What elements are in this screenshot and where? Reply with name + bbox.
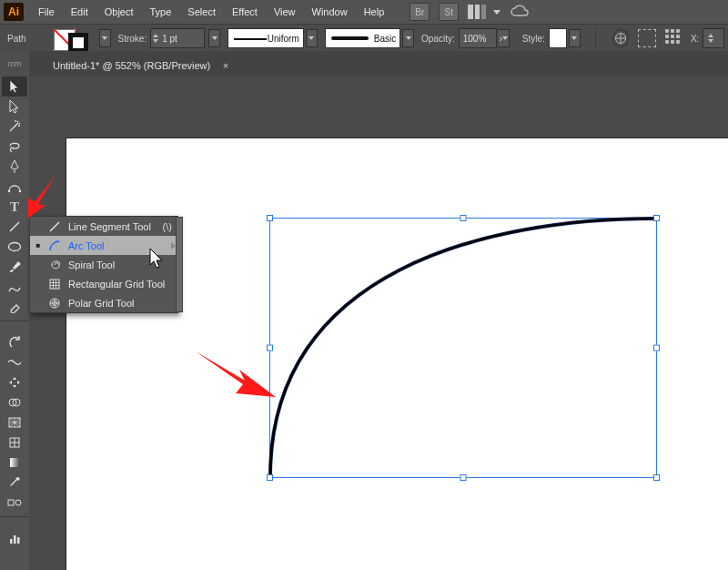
polar-grid-icon [48, 298, 61, 309]
shaper-tool[interactable] [2, 277, 27, 297]
flyout-item-arc[interactable]: ■ Arc Tool [30, 236, 177, 255]
blend-tool[interactable] [2, 493, 27, 513]
stroke-swatch-icon[interactable] [68, 33, 88, 53]
brush-definition-dropdown[interactable] [402, 29, 414, 47]
bridge-launch-icon[interactable]: Br [410, 3, 430, 21]
stock-launch-icon[interactable]: St [439, 3, 459, 21]
resize-handle-left-center[interactable] [267, 345, 273, 351]
active-tool-marker: ■ [35, 241, 41, 249]
stroke-label: Stroke: [118, 34, 147, 44]
variable-width-profile[interactable]: Uniform [228, 28, 304, 48]
svg-rect-10 [8, 500, 14, 505]
opacity-input[interactable]: 100% [459, 28, 497, 48]
transform-x-stepper[interactable] [703, 28, 724, 48]
resize-handle-top-left[interactable] [267, 215, 273, 221]
control-bar: Path Stroke: Uniform Basic Opacity: 100%… [0, 24, 728, 53]
ellipse-tool[interactable] [2, 237, 27, 257]
resize-handle-bottom-center[interactable] [460, 474, 467, 481]
resize-handle-top-right[interactable] [653, 215, 660, 221]
style-label: Style: [522, 34, 545, 44]
gradient-tool[interactable] [2, 453, 27, 473]
menu-view[interactable]: View [267, 3, 303, 21]
recolor-artwork-icon[interactable] [612, 29, 629, 47]
isolate-group-icon[interactable] [638, 29, 656, 47]
arc-icon [48, 240, 61, 251]
graphic-style-swatch[interactable] [549, 28, 567, 48]
flyout-item-label: Rectangular Grid Tool [68, 279, 165, 290]
tools-panel: T [0, 76, 30, 570]
menu-help[interactable]: Help [357, 3, 392, 21]
paintbrush-tool[interactable] [2, 257, 27, 277]
variable-width-dropdown[interactable] [306, 29, 318, 47]
selection-bounding-box[interactable] [269, 218, 657, 478]
selection-tool[interactable] [2, 76, 27, 97]
sync-settings-icon[interactable] [510, 5, 530, 19]
rect-grid-icon [48, 279, 61, 290]
flyout-item-rectangular-grid[interactable]: Rectangular Grid Tool [30, 274, 177, 293]
stroke-weight-stepper[interactable] [150, 28, 205, 48]
shape-builder-tool[interactable] [2, 392, 27, 412]
flyout-item-polar-grid[interactable]: Polar Grid Tool [30, 293, 177, 312]
brush-definition[interactable]: Basic [325, 28, 401, 48]
document-tab-title: Untitled-1* @ 552% (RGB/Preview) [53, 60, 210, 71]
menu-select[interactable]: Select [180, 3, 223, 21]
menu-window[interactable]: Window [305, 3, 355, 21]
close-icon[interactable]: × [223, 60, 228, 71]
direct-selection-tool[interactable] [2, 97, 27, 117]
line-segment-tool[interactable] [2, 217, 27, 237]
flyout-item-label: Arc Tool [68, 240, 105, 251]
resize-handle-top-center[interactable] [460, 215, 467, 221]
rotate-tool[interactable] [2, 332, 27, 352]
opacity-dropdown[interactable]: › [499, 29, 510, 47]
svg-rect-16 [50, 280, 59, 289]
spiral-icon [48, 260, 61, 270]
resize-handle-bottom-right[interactable] [653, 474, 660, 481]
menu-type[interactable]: Type [143, 3, 179, 21]
transform-x-label: X: [691, 34, 699, 44]
menu-object[interactable]: Object [97, 3, 141, 21]
resize-handle-right-center[interactable] [653, 345, 660, 351]
menu-file[interactable]: File [31, 3, 62, 21]
free-transform-tool[interactable] [2, 372, 27, 392]
line-segment-icon [48, 221, 61, 232]
flyout-item-shortcut: (\) [163, 221, 172, 232]
line-tool-flyout: Line Segment Tool (\) ■ Arc Tool Spiral … [29, 216, 178, 313]
flyout-item-label: Spiral Tool [68, 260, 115, 270]
graphic-style-dropdown[interactable] [569, 29, 581, 47]
type-tool[interactable]: T [2, 197, 27, 217]
magic-wand-tool[interactable] [2, 117, 27, 137]
svg-rect-14 [17, 537, 20, 544]
arrange-dropdown-icon[interactable] [493, 10, 500, 15]
pen-tool[interactable] [2, 157, 27, 177]
document-tab[interactable]: Untitled-1* @ 552% (RGB/Preview) × [40, 55, 236, 76]
menu-effect[interactable]: Effect [225, 3, 265, 21]
eraser-tool[interactable] [2, 297, 27, 317]
svg-point-2 [19, 190, 22, 193]
column-graph-tool[interactable] [2, 528, 27, 548]
curvature-tool[interactable] [2, 177, 27, 197]
svg-point-11 [15, 500, 21, 505]
resize-handle-bottom-left[interactable] [267, 474, 273, 481]
width-tool[interactable] [2, 352, 27, 372]
opacity-label: Opacity: [421, 34, 455, 44]
swatch-options-dropdown[interactable] [99, 29, 111, 47]
perspective-grid-tool[interactable] [2, 412, 27, 433]
fill-stroke-swatch[interactable] [54, 29, 90, 47]
arc-path[interactable] [268, 216, 659, 480]
stroke-weight-dropdown[interactable] [208, 29, 220, 47]
app-logo-icon: Ai [4, 3, 24, 21]
menu-edit[interactable]: Edit [64, 3, 96, 21]
flyout-item-spiral[interactable]: Spiral Tool [30, 255, 177, 274]
lasso-tool[interactable] [2, 137, 27, 157]
svg-rect-12 [10, 539, 13, 544]
eyedropper-tool[interactable] [2, 473, 27, 493]
tearoff-handle[interactable] [176, 217, 183, 312]
main-menu-bar: Ai File Edit Object Type Select Effect V… [0, 0, 728, 24]
selection-indicator: Path [7, 34, 50, 44]
arrange-documents-icon[interactable] [468, 5, 488, 19]
mesh-tool[interactable] [2, 433, 27, 453]
flyout-item-line-segment[interactable]: Line Segment Tool (\) [30, 217, 177, 236]
align-panel-icon[interactable] [665, 29, 682, 47]
flyout-item-label: Line Segment Tool [68, 221, 151, 232]
ruler-units-toggle[interactable]: mm [0, 51, 30, 76]
